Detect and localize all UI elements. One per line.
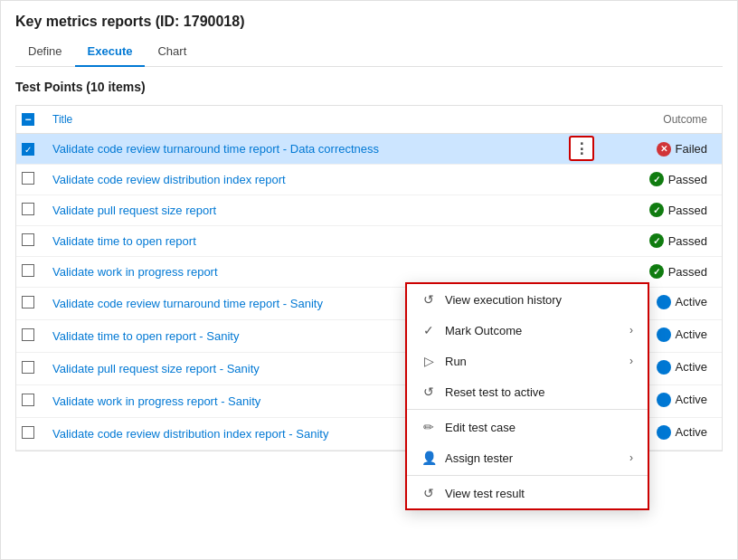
menu-label-view-history: View execution history [445, 293, 562, 307]
person-icon: 👤 [421, 451, 436, 465]
menu-label-edit: Edit test case [445, 421, 516, 434]
menu-label-mark-outcome: Mark Outcome [445, 324, 522, 337]
select-all-header[interactable] [16, 106, 43, 134]
row-title[interactable]: Validate code review distribution index … [52, 427, 328, 441]
row-title-cell: Validate pull request size report [43, 195, 565, 225]
select-all-checkbox[interactable] [22, 113, 34, 126]
outcome-badge: ✓Passed [649, 172, 707, 186]
outcome-badge: ✓Passed [649, 264, 707, 279]
row-checkbox[interactable] [22, 361, 34, 374]
row-checkbox[interactable] [22, 233, 34, 246]
context-menu: ↺ View execution history ✓ Mark Outcome … [405, 282, 649, 510]
row-checkbox[interactable] [22, 264, 34, 277]
tab-chart[interactable]: Chart [145, 37, 199, 67]
table-row: Validate time to open report✓Passed [16, 225, 722, 256]
row-title[interactable]: Validate work in progress report - Sanit… [52, 394, 260, 408]
menu-item-mark-outcome[interactable]: ✓ Mark Outcome › [407, 315, 648, 346]
row-checkbox[interactable] [22, 328, 34, 341]
menu-item-view-result[interactable]: ↺ View test result [407, 478, 648, 508]
check-icon: ✓ [421, 323, 436, 337]
row-title[interactable]: Validate code review turnaround time rep… [52, 297, 323, 310]
row-checkbox[interactable] [22, 394, 34, 406]
menu-label-view-result: View test result [445, 487, 525, 500]
row-checkbox[interactable] [22, 203, 34, 215]
outcome-label: Passed [668, 234, 707, 248]
table-header-row: Title Outcome [16, 106, 722, 134]
row-title[interactable]: Validate code review turnaround time rep… [52, 142, 379, 156]
outcome-icon: ✓ [649, 233, 664, 248]
outcome-label: Active [676, 327, 707, 341]
table-row: Validate code review turnaround time rep… [16, 134, 722, 165]
row-outcome-cell: ✕Failed [598, 134, 722, 165]
page-title: Key metrics reports (ID: 1790018) [15, 14, 723, 30]
more-column-header [565, 106, 598, 134]
outcome-label: Passed [668, 173, 707, 186]
menu-label-reset: Reset test to active [445, 385, 545, 399]
row-checkbox[interactable] [22, 143, 34, 156]
outcome-icon: ✓ [649, 264, 664, 279]
chevron-right-icon: › [629, 324, 633, 337]
menu-label-assign: Assign tester [445, 451, 513, 465]
row-checkbox-cell [16, 352, 43, 384]
outcome-label: Passed [668, 204, 707, 217]
row-more-cell: ⋮ [565, 134, 598, 165]
tab-define[interactable]: Define [15, 37, 75, 67]
test-points-table-wrapper: Title Outcome Validate code review turna… [15, 105, 723, 451]
row-title[interactable]: Validate code review distribution index … [52, 173, 286, 186]
row-checkbox[interactable] [22, 296, 34, 308]
row-checkbox-cell [16, 384, 43, 417]
outcome-badge: ✓Passed [649, 203, 707, 217]
outcome-badge: Active [657, 425, 707, 440]
outcome-icon: ✓ [649, 203, 664, 217]
outcome-icon [657, 327, 671, 342]
outcome-badge: Active [657, 360, 707, 375]
row-more-cell [565, 225, 598, 256]
outcome-badge: Active [657, 295, 707, 309]
row-title[interactable]: Validate work in progress report [52, 265, 218, 279]
row-title[interactable]: Validate time to open report - Sanity [52, 329, 239, 343]
row-checkbox-cell [16, 417, 43, 450]
outcome-badge: Active [657, 327, 707, 342]
outcome-icon [657, 425, 671, 440]
row-outcome-cell: ✓Passed [598, 195, 722, 225]
row-checkbox[interactable] [22, 172, 34, 185]
outcome-label: Passed [668, 265, 707, 279]
play-icon: ▷ [421, 354, 436, 368]
edit-icon: ✏ [421, 420, 436, 434]
outcome-badge: ✕Failed [657, 142, 707, 157]
menu-item-reset[interactable]: ↺ Reset test to active [407, 376, 648, 407]
row-title[interactable]: Validate time to open report [52, 234, 196, 248]
outcome-badge: Active [657, 393, 707, 407]
table-row: Validate pull request size report✓Passed [16, 195, 722, 225]
menu-item-view-history[interactable]: ↺ View execution history [407, 284, 648, 315]
row-checkbox-cell [16, 225, 43, 256]
title-column-header: Title [43, 106, 565, 134]
row-checkbox-cell [16, 134, 43, 165]
menu-item-run[interactable]: ▷ Run › [407, 346, 648, 376]
outcome-icon: ✕ [657, 142, 671, 157]
row-checkbox-cell [16, 195, 43, 225]
row-checkbox-cell [16, 287, 43, 319]
row-title[interactable]: Validate pull request size report - Sani… [52, 362, 260, 375]
row-checkbox-cell [16, 164, 43, 195]
outcome-badge: ✓Passed [649, 233, 707, 248]
row-checkbox[interactable] [22, 426, 34, 439]
row-title-cell: Validate time to open report [43, 225, 565, 256]
row-outcome-cell: ✓Passed [598, 164, 722, 195]
more-actions-button[interactable]: ⋮ [569, 136, 594, 161]
outcome-label: Active [676, 360, 707, 374]
menu-label-run: Run [445, 355, 467, 368]
row-title[interactable]: Validate pull request size report [52, 204, 216, 217]
tab-execute[interactable]: Execute [75, 37, 146, 67]
result-icon: ↺ [421, 486, 436, 500]
outcome-icon: ✓ [649, 172, 664, 186]
menu-item-edit[interactable]: ✏ Edit test case [407, 412, 648, 442]
table-row: Validate code review distribution index … [16, 164, 722, 195]
row-title-cell: Validate code review turnaround time rep… [43, 134, 565, 165]
menu-divider-2 [407, 475, 648, 476]
section-title: Test Points (10 items) [15, 80, 723, 94]
row-title-cell: Validate code review distribution index … [43, 164, 565, 195]
menu-item-assign[interactable]: 👤 Assign tester › [407, 442, 648, 473]
page-header: Key metrics reports (ID: 1790018) Define… [1, 1, 737, 67]
chevron-right-assign-icon: › [629, 451, 633, 464]
